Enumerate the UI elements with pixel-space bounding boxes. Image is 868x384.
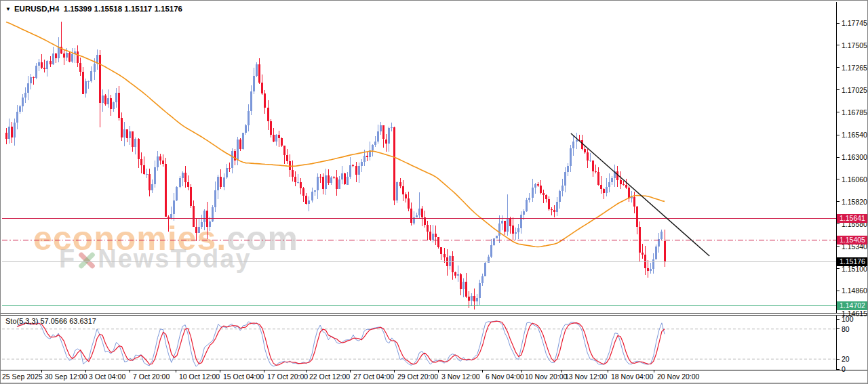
candle (206, 211, 208, 227)
candle (85, 81, 87, 93)
candle (473, 296, 475, 301)
price-tick-label: 1.16060 (842, 175, 867, 184)
chart-canvas[interactable] (1, 1, 868, 384)
candle (110, 98, 112, 109)
candle (201, 222, 203, 227)
candle (633, 197, 635, 207)
candle (151, 184, 153, 190)
candle (41, 62, 43, 68)
candle (391, 127, 393, 128)
candle (352, 165, 354, 166)
candle (454, 272, 456, 276)
candle (642, 253, 644, 254)
time-tick-label: 10 Nov 20:00 (525, 372, 567, 381)
sto-tick-label: 0 (842, 365, 846, 373)
candle (239, 140, 241, 149)
time-tick-label: 3 Nov 12:00 (441, 372, 480, 381)
candle (90, 71, 92, 81)
candle (374, 142, 376, 145)
time-tick-label: 22 Oct 12:00 (309, 372, 350, 381)
sto-tick-label: 80 (842, 325, 850, 333)
candle (561, 186, 564, 190)
time-tick-label: 10 Oct 12:00 (179, 372, 220, 381)
candle (534, 184, 536, 188)
candle (157, 156, 159, 167)
candle (647, 268, 649, 272)
candle (77, 51, 79, 63)
candle (123, 129, 125, 137)
candle (134, 139, 136, 147)
candle (203, 211, 205, 222)
time-tick-label: 13 Nov 12:00 (565, 372, 607, 381)
candle (540, 186, 542, 193)
candle (11, 127, 13, 137)
candle (305, 196, 307, 203)
candle (484, 263, 486, 276)
candle (493, 238, 495, 245)
candle (330, 177, 332, 184)
time-tick-label: 27 Oct 04:00 (353, 372, 394, 381)
candle (372, 145, 374, 150)
price-level-box: 1.15405 (837, 236, 868, 244)
candle (608, 182, 610, 187)
candle (457, 274, 459, 276)
price-tick-label: 1.15820 (842, 198, 867, 206)
candle (515, 232, 517, 233)
candle (452, 256, 454, 272)
candle (58, 47, 60, 59)
candle (99, 55, 101, 103)
candle (170, 214, 172, 218)
candle (652, 259, 654, 268)
candle (182, 173, 184, 179)
candle (471, 296, 473, 301)
candle (322, 177, 324, 189)
candle (512, 226, 514, 233)
candle (636, 207, 638, 226)
candle (355, 166, 357, 175)
candle (377, 131, 379, 142)
candle (435, 234, 437, 237)
time-tick-label: 3 Oct 04:00 (89, 372, 125, 381)
symbol-dropdown-icon[interactable]: ▼ (5, 6, 11, 12)
candle (264, 93, 266, 108)
candle (328, 175, 330, 184)
candle (118, 93, 120, 118)
candle (286, 155, 288, 161)
candle (33, 77, 35, 78)
price-tick-label: 1.17505 (842, 41, 867, 49)
candle (226, 168, 228, 178)
candle (237, 140, 239, 161)
candle (159, 156, 161, 161)
price-tick-label: 1.17745 (842, 19, 867, 27)
candle (162, 161, 164, 164)
candle (396, 182, 398, 200)
candle (660, 232, 663, 240)
candle (380, 125, 382, 131)
time-tick-label: 7 Oct 20:00 (133, 372, 170, 381)
candle (476, 298, 478, 301)
candle (35, 66, 37, 77)
candle (209, 221, 211, 228)
candle (559, 191, 561, 202)
candle (140, 159, 142, 166)
candle (19, 106, 21, 111)
panel-separator[interactable] (1, 313, 868, 316)
candle (481, 276, 484, 283)
price-tick-label: 1.14860 (842, 286, 867, 295)
moving-average-line[interactable] (6, 22, 665, 247)
candle (567, 166, 569, 172)
candle (149, 174, 151, 190)
indicator-name: Sto(5,3,3) (5, 317, 38, 325)
candle (179, 178, 181, 187)
candle (52, 54, 54, 65)
candle (446, 257, 448, 266)
candle (283, 146, 285, 155)
candle (190, 187, 192, 207)
candle (173, 200, 175, 214)
candle (366, 156, 368, 157)
candle (143, 165, 145, 174)
candle (341, 173, 343, 179)
price-level-box: 1.15176 (837, 257, 868, 266)
chart-title: ▼EURUSD,H4 1.15399 1.15518 1.15117 1.151… (5, 5, 182, 13)
candle (498, 223, 500, 236)
